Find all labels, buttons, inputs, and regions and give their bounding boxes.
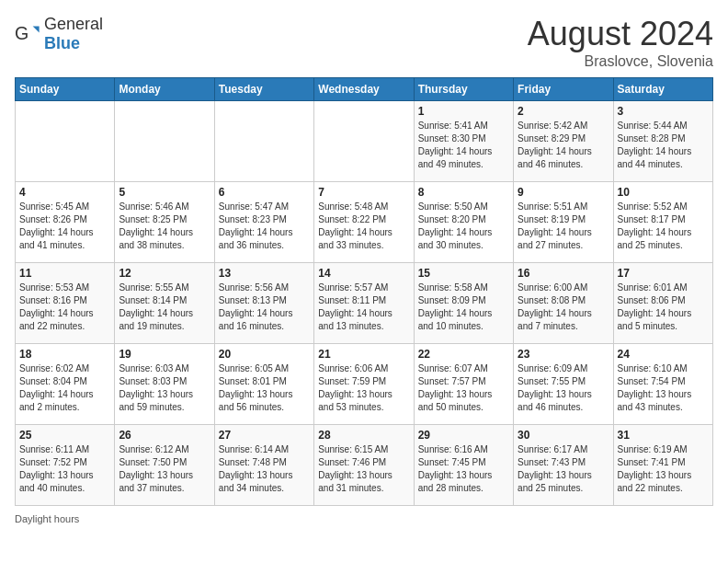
calendar-day-cell: 31Sunrise: 6:19 AM Sunset: 7:41 PM Dayli…: [613, 425, 712, 506]
calendar-day-cell: 13Sunrise: 5:56 AM Sunset: 8:13 PM Dayli…: [214, 263, 313, 344]
calendar-day-cell: 16Sunrise: 6:00 AM Sunset: 8:08 PM Dayli…: [514, 263, 613, 344]
calendar-day-cell: 12Sunrise: 5:55 AM Sunset: 8:14 PM Dayli…: [115, 263, 214, 344]
day-of-week-header: Tuesday: [214, 78, 313, 101]
day-number: 4: [19, 186, 110, 199]
day-info: Sunrise: 6:07 AM Sunset: 7:57 PM Dayligh…: [418, 362, 509, 414]
calendar-day-cell: 30Sunrise: 6:17 AM Sunset: 7:43 PM Dayli…: [514, 425, 613, 506]
day-number: 31: [618, 429, 709, 442]
day-info: Sunrise: 6:17 AM Sunset: 7:43 PM Dayligh…: [518, 443, 609, 495]
day-info: Sunrise: 5:41 AM Sunset: 8:30 PM Dayligh…: [418, 120, 509, 171]
day-number: 9: [518, 186, 609, 199]
day-info: Sunrise: 6:09 AM Sunset: 7:55 PM Dayligh…: [518, 362, 609, 414]
svg-text:G: G: [15, 23, 28, 43]
day-info: Sunrise: 6:16 AM Sunset: 7:45 PM Dayligh…: [418, 443, 509, 495]
calendar-day-cell: [214, 101, 313, 182]
day-info: Sunrise: 6:05 AM Sunset: 8:01 PM Dayligh…: [219, 362, 310, 414]
calendar-day-cell: 14Sunrise: 5:57 AM Sunset: 8:11 PM Dayli…: [314, 263, 414, 344]
day-info: Sunrise: 5:48 AM Sunset: 8:22 PM Dayligh…: [318, 201, 409, 252]
day-of-week-header: Sunday: [16, 78, 115, 101]
month-year: August 2024: [528, 15, 713, 53]
day-info: Sunrise: 5:52 AM Sunset: 8:17 PM Dayligh…: [618, 201, 709, 252]
day-info: Sunrise: 6:03 AM Sunset: 8:03 PM Dayligh…: [119, 362, 210, 414]
day-info: Sunrise: 6:12 AM Sunset: 7:50 PM Dayligh…: [119, 443, 210, 495]
calendar-day-cell: 17Sunrise: 6:01 AM Sunset: 8:06 PM Dayli…: [613, 263, 712, 344]
day-number: 15: [418, 267, 509, 280]
calendar-day-cell: 28Sunrise: 6:15 AM Sunset: 7:46 PM Dayli…: [314, 425, 414, 506]
calendar-day-cell: 23Sunrise: 6:09 AM Sunset: 7:55 PM Dayli…: [514, 344, 613, 425]
day-info: Sunrise: 6:00 AM Sunset: 8:08 PM Dayligh…: [518, 282, 609, 333]
calendar-day-cell: 7Sunrise: 5:48 AM Sunset: 8:22 PM Daylig…: [314, 182, 414, 263]
day-number: 19: [119, 348, 210, 361]
day-info: Sunrise: 5:42 AM Sunset: 8:29 PM Dayligh…: [518, 120, 609, 171]
calendar-day-cell: 18Sunrise: 6:02 AM Sunset: 8:04 PM Dayli…: [16, 344, 115, 425]
calendar-day-cell: [16, 101, 115, 182]
day-number: 28: [318, 429, 409, 442]
day-of-week-header: Friday: [514, 78, 613, 101]
day-info: Sunrise: 5:53 AM Sunset: 8:16 PM Dayligh…: [19, 282, 110, 333]
day-number: 13: [219, 267, 310, 280]
day-number: 12: [119, 267, 210, 280]
calendar-body: 1Sunrise: 5:41 AM Sunset: 8:30 PM Daylig…: [16, 101, 713, 506]
calendar-day-cell: 15Sunrise: 5:58 AM Sunset: 8:09 PM Dayli…: [414, 263, 513, 344]
calendar-week-row: 4Sunrise: 5:45 AM Sunset: 8:26 PM Daylig…: [16, 182, 713, 263]
calendar-day-cell: 1Sunrise: 5:41 AM Sunset: 8:30 PM Daylig…: [414, 101, 513, 182]
day-of-week-header: Thursday: [414, 78, 513, 101]
calendar-day-cell: 2Sunrise: 5:42 AM Sunset: 8:29 PM Daylig…: [514, 101, 613, 182]
day-info: Sunrise: 6:11 AM Sunset: 7:52 PM Dayligh…: [19, 443, 110, 495]
calendar-day-cell: 9Sunrise: 5:51 AM Sunset: 8:19 PM Daylig…: [514, 182, 613, 263]
calendar-week-row: 18Sunrise: 6:02 AM Sunset: 8:04 PM Dayli…: [16, 344, 713, 425]
day-info: Sunrise: 6:10 AM Sunset: 7:54 PM Dayligh…: [618, 362, 709, 414]
calendar-day-cell: 26Sunrise: 6:12 AM Sunset: 7:50 PM Dayli…: [115, 425, 214, 506]
calendar-week-row: 11Sunrise: 5:53 AM Sunset: 8:16 PM Dayli…: [16, 263, 713, 344]
title-block: August 2024 Braslovce, Slovenia: [528, 15, 713, 70]
day-number: 10: [618, 186, 709, 199]
calendar-day-cell: [314, 101, 414, 182]
calendar-day-cell: 4Sunrise: 5:45 AM Sunset: 8:26 PM Daylig…: [16, 182, 115, 263]
day-info: Sunrise: 5:57 AM Sunset: 8:11 PM Dayligh…: [318, 282, 409, 333]
day-info: Sunrise: 6:14 AM Sunset: 7:48 PM Dayligh…: [219, 443, 310, 495]
day-of-week-header: Monday: [115, 78, 214, 101]
day-info: Sunrise: 5:56 AM Sunset: 8:13 PM Dayligh…: [219, 282, 310, 333]
day-info: Sunrise: 6:19 AM Sunset: 7:41 PM Dayligh…: [618, 443, 709, 495]
day-number: 22: [418, 348, 509, 361]
day-number: 27: [219, 429, 310, 442]
day-number: 14: [318, 267, 409, 280]
day-info: Sunrise: 6:02 AM Sunset: 8:04 PM Dayligh…: [19, 362, 110, 414]
calendar-day-cell: 10Sunrise: 5:52 AM Sunset: 8:17 PM Dayli…: [613, 182, 712, 263]
day-number: 2: [518, 105, 609, 118]
day-number: 7: [318, 186, 409, 199]
day-info: Sunrise: 6:06 AM Sunset: 7:59 PM Dayligh…: [318, 362, 409, 414]
calendar-day-cell: 27Sunrise: 6:14 AM Sunset: 7:48 PM Dayli…: [214, 425, 313, 506]
logo-blue: Blue: [44, 34, 80, 52]
day-number: 20: [219, 348, 310, 361]
calendar-day-cell: 22Sunrise: 6:07 AM Sunset: 7:57 PM Dayli…: [414, 344, 513, 425]
day-number: 8: [418, 186, 509, 199]
calendar-day-cell: 5Sunrise: 5:46 AM Sunset: 8:25 PM Daylig…: [115, 182, 214, 263]
calendar-day-cell: [115, 101, 214, 182]
calendar-header-row: SundayMondayTuesdayWednesdayThursdayFrid…: [16, 78, 713, 101]
day-info: Sunrise: 5:44 AM Sunset: 8:28 PM Dayligh…: [618, 120, 709, 171]
day-number: 11: [19, 267, 110, 280]
day-number: 30: [518, 429, 609, 442]
calendar-day-cell: 8Sunrise: 5:50 AM Sunset: 8:20 PM Daylig…: [414, 182, 513, 263]
calendar-table: SundayMondayTuesdayWednesdayThursdayFrid…: [15, 77, 713, 506]
day-info: Sunrise: 6:15 AM Sunset: 7:46 PM Dayligh…: [318, 443, 409, 495]
location: Braslovce, Slovenia: [528, 53, 713, 70]
day-info: Sunrise: 6:01 AM Sunset: 8:06 PM Dayligh…: [618, 282, 709, 333]
logo-icon: G: [15, 21, 40, 47]
day-number: 23: [518, 348, 609, 361]
day-number: 25: [19, 429, 110, 442]
logo: G General Blue: [15, 15, 103, 53]
day-number: 26: [119, 429, 210, 442]
day-number: 24: [618, 348, 709, 361]
calendar-day-cell: 11Sunrise: 5:53 AM Sunset: 8:16 PM Dayli…: [16, 263, 115, 344]
calendar-day-cell: 21Sunrise: 6:06 AM Sunset: 7:59 PM Dayli…: [314, 344, 414, 425]
day-info: Sunrise: 5:55 AM Sunset: 8:14 PM Dayligh…: [119, 282, 210, 333]
day-info: Sunrise: 5:58 AM Sunset: 8:09 PM Dayligh…: [418, 282, 509, 333]
daylight-label: Daylight hours: [15, 513, 79, 524]
calendar-day-cell: 3Sunrise: 5:44 AM Sunset: 8:28 PM Daylig…: [613, 101, 712, 182]
day-number: 17: [618, 267, 709, 280]
day-number: 29: [418, 429, 509, 442]
day-info: Sunrise: 5:47 AM Sunset: 8:23 PM Dayligh…: [219, 201, 310, 252]
calendar-day-cell: 6Sunrise: 5:47 AM Sunset: 8:23 PM Daylig…: [214, 182, 313, 263]
